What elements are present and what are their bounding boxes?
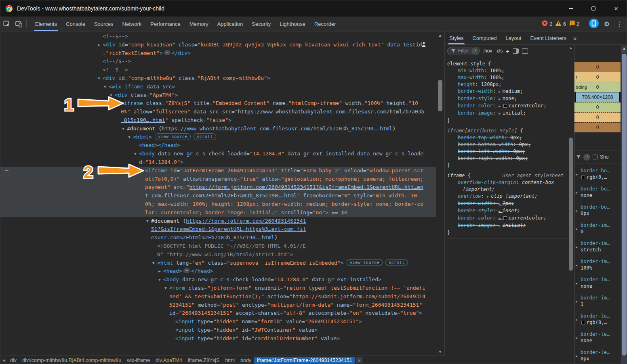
show-all-checkbox[interactable] bbox=[593, 155, 598, 159]
badge-scroll[interactable]: scroll bbox=[385, 259, 408, 266]
css-property[interactable]: border-style: ▶ inset; bbox=[447, 207, 565, 215]
issues-icon[interactable] bbox=[569, 20, 575, 28]
css-property[interactable]: border-width: ▶ medium; bbox=[447, 88, 565, 95]
css-property[interactable]: border-bottom-width: 0px; bbox=[447, 141, 565, 148]
dom-tree-node[interactable]: ▶<head>⋯</head> bbox=[0, 267, 436, 276]
elements-scrollbar[interactable]: ▲ ▼ bbox=[436, 31, 444, 356]
expand-arrow-icon[interactable]: ▼ bbox=[151, 259, 156, 268]
badge-scroll[interactable]: scroll bbox=[194, 133, 216, 140]
css-property[interactable]: overflow: ▶ clip !important; bbox=[447, 193, 565, 200]
dom-tree-node[interactable]: <input type="hidden" id="JWTContainer" v… bbox=[0, 326, 436, 335]
css-property[interactable]: max-width: 100%; bbox=[447, 74, 565, 81]
color-swatch[interactable] bbox=[581, 176, 585, 179]
scrollbar-thumb[interactable] bbox=[569, 138, 573, 271]
dom-tree-node[interactable]: ▼<wix-iframe data-src> bbox=[0, 83, 436, 91]
expand-arrow-icon[interactable]: ▶ bbox=[487, 195, 491, 199]
dom-tree-node[interactable]: ▼<html>view-sourcescroll bbox=[0, 133, 436, 142]
tab-layout[interactable]: Layout bbox=[501, 31, 526, 44]
computed-property[interactable]: ▶border-bo…none bbox=[574, 186, 621, 199]
expand-arrow-icon[interactable]: ▶ bbox=[499, 97, 503, 101]
dom-tree-node[interactable]: <!--$--> bbox=[0, 66, 436, 74]
tab-styles[interactable]: Styles bbox=[445, 31, 468, 44]
tab-console[interactable]: Console bbox=[61, 17, 90, 31]
dom-tree-node[interactable]: ▼<form class="jotform-form" onsubmit="re… bbox=[0, 284, 436, 318]
expand-arrow-icon[interactable]: ▼ bbox=[126, 133, 132, 142]
breadcrumb-overflow-icon[interactable]: › bbox=[356, 357, 362, 363]
warning-icon[interactable] bbox=[555, 20, 562, 28]
css-property[interactable]: border-image: ▶ initial; bbox=[447, 222, 565, 229]
expand-ellipsis-button[interactable]: ⋯ bbox=[164, 50, 170, 55]
expand-arrow-icon[interactable]: ▼ bbox=[114, 99, 120, 108]
expand-arrow-icon[interactable]: ▶ bbox=[576, 353, 578, 360]
computed-property[interactable]: ▶border-le…none bbox=[574, 331, 621, 344]
expand-arrow-icon[interactable]: ▼ bbox=[163, 284, 168, 293]
computed-property[interactable]: ▶border-im…0 bbox=[574, 222, 621, 235]
expand-arrow-icon[interactable]: ▶ bbox=[576, 208, 578, 214]
expand-arrow-icon[interactable]: ▶ bbox=[576, 172, 578, 178]
rule-selector[interactable]: element.style { bbox=[447, 61, 565, 67]
scroll-up-arrow-icon[interactable]: ▲ bbox=[568, 46, 574, 50]
dom-tree-node[interactable]: ▼#document (https://form.jotform.com/260… bbox=[0, 217, 320, 242]
tab-security[interactable]: Security bbox=[247, 17, 275, 31]
dom-tree-node[interactable]: <!--/$--> bbox=[0, 57, 436, 66]
expand-arrow-icon[interactable]: ▶ bbox=[576, 190, 578, 196]
tab-memory[interactable]: Memory bbox=[185, 17, 213, 31]
breadcrumb-item[interactable]: div bbox=[7, 357, 19, 364]
expand-arrow-icon[interactable]: ▶ bbox=[499, 217, 503, 220]
computed-property[interactable]: ▶border-im…1 bbox=[574, 295, 621, 308]
css-property[interactable]: height: 1208px; bbox=[447, 81, 565, 88]
scroll-down-arrow-icon[interactable]: ▼ bbox=[436, 349, 444, 354]
new-style-rule-button[interactable]: + bbox=[506, 48, 509, 54]
breadcrumb-item[interactable]: iframe#JotFormIFrame-260493145234151 bbox=[254, 357, 355, 364]
dom-tree-node[interactable]: ▼<div class="ApaTM4"> bbox=[0, 91, 436, 100]
breadcrumb-item[interactable]: iframe.Z8YsjS bbox=[185, 357, 223, 364]
color-swatch[interactable] bbox=[503, 216, 507, 220]
breadcrumb-item[interactable]: wix-iframe bbox=[124, 357, 153, 364]
expand-arrow-icon[interactable]: ▼ bbox=[145, 217, 150, 226]
expand-arrow-icon[interactable]: ▶ bbox=[499, 224, 503, 228]
tab-sources[interactable]: Sources bbox=[90, 17, 118, 31]
breadcrumb-item[interactable]: html bbox=[222, 357, 238, 364]
css-property[interactable]: border-width: ▶ 2px; bbox=[447, 200, 565, 207]
css-property[interactable]: border-right-width: 0px; bbox=[447, 155, 565, 162]
dom-tree-node[interactable]: ▼<div id="comp-mlthbw8u" class="RjABt4 c… bbox=[0, 74, 436, 83]
expand-arrow-icon[interactable]: ▶ bbox=[576, 262, 578, 269]
computed-property[interactable]: ▶border-im…none bbox=[574, 276, 621, 289]
tab-network[interactable]: Network bbox=[118, 17, 146, 31]
dom-tree-node[interactable]: ▼<body data-new-gr-c-s-check-loaded="14.… bbox=[0, 150, 436, 167]
scroll-up-arrow-icon[interactable]: ▲ bbox=[621, 46, 627, 50]
dom-tree-node[interactable]: ▶<div id="comp-k1va1san" class="ku3DBC z… bbox=[0, 41, 436, 58]
badge-view-source[interactable]: view-source bbox=[155, 133, 191, 140]
computed-property[interactable]: ▶border-im…stretch bbox=[574, 240, 621, 253]
computed-property[interactable]: ▶border-le…rgb(0,… bbox=[574, 313, 621, 326]
filter-funnel-icon[interactable] bbox=[576, 155, 581, 159]
badge-view-source[interactable]: view-source bbox=[347, 259, 383, 266]
computed-property[interactable]: ▶border-bo…0px bbox=[574, 204, 621, 217]
color-swatch[interactable] bbox=[503, 104, 507, 108]
tab-recorder[interactable]: Recorder bbox=[310, 17, 340, 31]
computed-property[interactable]: ▶border-bo…rgb(0,… bbox=[574, 167, 621, 180]
device-mode-active-icon[interactable] bbox=[589, 18, 599, 30]
css-property[interactable]: border-top-width: 0px; bbox=[447, 134, 565, 141]
expand-arrow-icon[interactable]: ▶ bbox=[576, 226, 578, 232]
regex-toggle-icon[interactable]: .* bbox=[471, 48, 478, 54]
minimize-button[interactable] bbox=[560, 0, 582, 17]
expand-arrow-icon[interactable]: ▶ bbox=[96, 41, 102, 49]
computed-property[interactable]: ▶border-le…0px bbox=[574, 349, 621, 362]
expand-arrow-icon[interactable]: ▼ bbox=[157, 276, 162, 284]
scroll-up-arrow-icon[interactable]: ▲ bbox=[436, 33, 444, 38]
dom-tree-node[interactable]: <head></head> bbox=[0, 141, 436, 150]
tab-lighthouse[interactable]: Lighthouse bbox=[275, 17, 310, 31]
dom-tree-node[interactable]: <!DOCTYPE html PUBLIC "-//W3C//DTD HTML … bbox=[0, 242, 320, 259]
error-icon[interactable] bbox=[542, 20, 548, 28]
maximize-button[interactable] bbox=[582, 0, 605, 17]
more-tabs-icon[interactable]: » bbox=[571, 35, 579, 42]
dom-tree-node[interactable]: <!--$--> bbox=[0, 32, 436, 41]
expand-arrow-icon[interactable]: ▶ bbox=[576, 317, 578, 323]
more-options-icon[interactable]: ⋮ bbox=[614, 20, 624, 28]
tab-performance[interactable]: Performance bbox=[146, 17, 185, 31]
computed-panel-toggle-icon[interactable] bbox=[522, 48, 528, 54]
rendering-emulation-icon[interactable] bbox=[513, 48, 519, 54]
dom-tree-node[interactable]: ▼<body data-new-gr-c-s-check-loaded="14.… bbox=[0, 276, 436, 284]
styles-filter-input[interactable]: Filter .* bbox=[447, 47, 480, 55]
